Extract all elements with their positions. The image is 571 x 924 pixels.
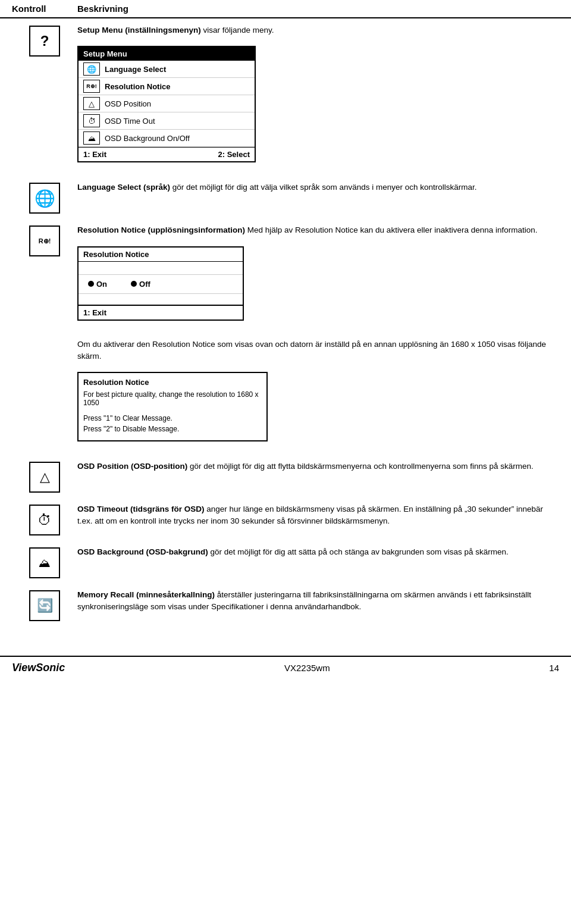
setup-menu-item-osd-timeout: ⏱ OSD Time Out: [79, 112, 255, 130]
setup-menu-heading: Setup Menu (inställningsmenyn) visar föl…: [77, 24, 559, 36]
osd-timeout-text: OSD Timeout (tidsgräns för OSD) anger hu…: [77, 503, 559, 528]
resolution-notice-empty-row2: [79, 293, 243, 305]
osd-background-icon-cell: ⛰: [12, 546, 77, 578]
off-dot: [131, 281, 137, 287]
resolution-notice-icon: R⊕!: [29, 225, 60, 256]
setup-menu-item-resolution: R⊕! Resolution Notice: [79, 78, 255, 95]
osd-position-icon: △: [83, 97, 100, 110]
memory-recall-section: 🔄 Memory Recall (minnesåterkallning) åte…: [12, 589, 559, 621]
resolution-notice-section: R⊕! Resolution Notice (upplösningsinform…: [12, 224, 559, 450]
setup-menu-section: ? Setup Menu (inställningsmenyn) visar f…: [12, 24, 559, 171]
resolution-icon-cell: R⊕!: [12, 224, 77, 256]
page-footer: ViewSonic VX2235wm 14: [0, 656, 571, 679]
osd-timeout-para: OSD Timeout (tidsgräns för OSD) anger hu…: [77, 503, 559, 528]
osd-position-text: OSD Position (OSD-position) gör det möjl…: [77, 461, 559, 472]
osd-background-icon: ⛰: [29, 547, 60, 578]
resolution-info-box: Resolution Notice For best picture quali…: [77, 372, 268, 441]
resolution-info-title: Resolution Notice: [83, 378, 262, 387]
setup-menu-box: Setup Menu 🌐 Language Select R⊕! Resolut…: [77, 46, 256, 162]
on-dot: [88, 281, 94, 287]
setup-menu-item-osd-background: ⛰ OSD Background On/Off: [79, 130, 255, 147]
model-name: VX2235wm: [284, 663, 330, 673]
resolution-notice-box: Resolution Notice On Off 1: Exit: [77, 246, 244, 321]
question-icon-cell: ?: [12, 24, 77, 57]
resolution-info-line1: For best picture quality, change the res…: [83, 390, 262, 407]
setup-menu-item-language: 🌐 Language Select: [79, 61, 255, 78]
main-content: ? Setup Menu (inställningsmenyn) visar f…: [0, 18, 571, 644]
language-select-para: Language Select (språk) gör det möjligt …: [77, 181, 559, 193]
setup-menu-item-osd-position: △ OSD Position: [79, 95, 255, 112]
osd-background-para: OSD Background (OSD-bakgrund) gör det mö…: [77, 546, 559, 558]
resolution-info-line3: Press "2" to Disable Message.: [83, 425, 262, 433]
setup-menu-title: Setup Menu: [79, 47, 255, 61]
osd-timeout-icon: ⏱: [83, 114, 100, 127]
resolution-icon: R⊕!: [83, 80, 100, 93]
setup-menu-footer: 1: Exit 2: Select: [79, 147, 255, 161]
osd-background-icon: ⛰: [83, 131, 100, 145]
table-header: Kontroll Beskrivning: [0, 0, 571, 18]
memory-recall-para: Memory Recall (minnesåterkallning) åters…: [77, 589, 559, 613]
viewsonic-logo: ViewSonic: [12, 662, 65, 674]
osd-position-icon: △: [29, 462, 60, 493]
resolution-on-off-row: On Off: [79, 275, 243, 293]
memory-recall-icon: 🔄: [29, 590, 60, 621]
osd-timeout-icon: ⏱: [29, 505, 60, 535]
page-number: 14: [549, 663, 559, 673]
globe-icon-cell: 🌐: [12, 181, 77, 214]
resolution-notice-para: Om du aktiverar den Resolution Notice so…: [77, 339, 559, 363]
resolution-notice-footer: 1: Exit: [79, 305, 243, 320]
osd-background-section: ⛰ OSD Background (OSD-bakgrund) gör det …: [12, 546, 559, 578]
osd-position-section: △ OSD Position (OSD-position) gör det mö…: [12, 461, 559, 493]
setup-menu-content: Setup Menu (inställningsmenyn) visar föl…: [77, 24, 559, 171]
memory-recall-text: Memory Recall (minnesåterkallning) åters…: [77, 589, 559, 613]
globe-icon: 🌐: [29, 183, 60, 214]
header-col-kontroll: Kontroll: [12, 4, 77, 14]
language-select-section: 🌐 Language Select (språk) gör det möjlig…: [12, 181, 559, 214]
header-col-beskrivning: Beskrivning: [77, 4, 559, 14]
memory-recall-icon-cell: 🔄: [12, 589, 77, 621]
osd-timeout-section: ⏱ OSD Timeout (tidsgräns för OSD) anger …: [12, 503, 559, 535]
resolution-info-line2: Press "1" to Clear Message.: [83, 414, 262, 422]
osd-timeout-icon-cell: ⏱: [12, 503, 77, 535]
osd-background-text: OSD Background (OSD-bakgrund) gör det mö…: [77, 546, 559, 558]
osd-position-icon-cell: △: [12, 461, 77, 493]
osd-position-para: OSD Position (OSD-position) gör det möjl…: [77, 461, 559, 472]
resolution-notice-empty-row: [79, 262, 243, 275]
language-select-text: Language Select (språk) gör det möjligt …: [77, 181, 559, 193]
resolution-notice-box-title: Resolution Notice: [79, 248, 243, 262]
question-mark-icon: ?: [29, 26, 60, 57]
language-icon: 🌐: [83, 62, 100, 76]
resolution-notice-heading-para: Resolution Notice (upplösningsinformatio…: [77, 224, 559, 236]
resolution-notice-content: Resolution Notice (upplösningsinformatio…: [77, 224, 559, 450]
